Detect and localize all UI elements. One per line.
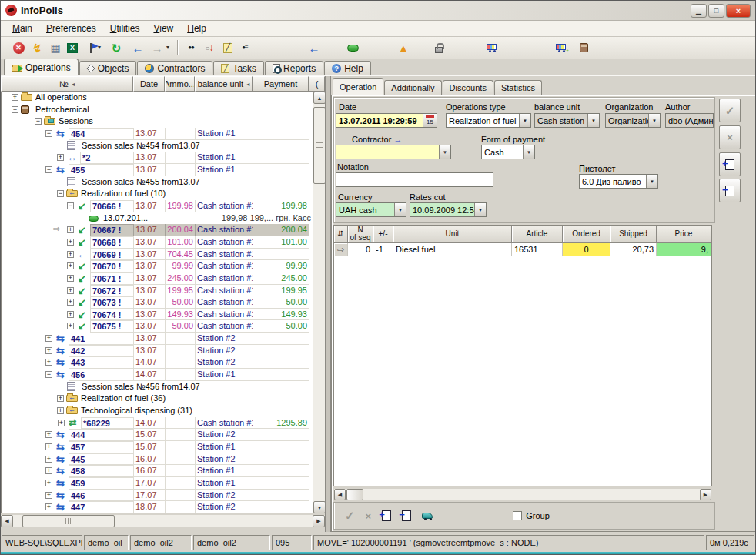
dropdown-arrow-icon[interactable]: ▼ [587,114,599,127]
pistol-combo[interactable]: 6.0 Диз паливо▼ [579,174,658,189]
cone-icon[interactable]: ▲ [395,39,412,56]
tree-row[interactable]: +44516.07Station #2 [2,453,313,466]
tree-row[interactable]: +44213.07Station #2 [2,345,313,357]
expander-icon[interactable]: + [67,275,74,282]
operations-type-combo[interactable]: Realization of fuel▼ [446,113,531,128]
dropdown-arrow-icon[interactable]: ▼ [523,145,534,159]
tab-operations[interactable]: Operations [4,59,79,75]
contractor-arrow-icon[interactable]: → [393,135,402,144]
lightning-icon[interactable]: ↯ [28,39,45,56]
scroll-right-button[interactable]: ▶ [313,515,325,527]
tree-row[interactable]: +All operations [2,92,313,104]
dropdown-arrow-icon[interactable]: ▼ [394,203,406,216]
stop-icon[interactable]: ✕ [10,39,27,56]
expander-icon[interactable]: − [45,371,52,378]
remove-item-icon[interactable] [402,510,411,521]
table-hscroll-thumb[interactable] [346,489,363,500]
expander-icon[interactable]: + [67,251,74,258]
balance-unit-combo[interactable]: Cash station #▼ [534,113,600,128]
tree-row[interactable]: +*6822914.07Cash station #11295.89 [2,417,313,430]
menu-view[interactable]: View [146,22,180,35]
find-down-icon[interactable]: ↓ [201,39,218,56]
tree-row[interactable]: +44617.07Station #2 [2,490,313,502]
tree-row[interactable]: +*213.07Station #1 [2,152,313,164]
tree-row[interactable]: −70666 !13.07199.98Cash station #1199.98 [2,200,313,212]
organization-combo[interactable]: Organizatic▼ [605,113,661,128]
expander-icon[interactable]: + [57,407,64,414]
expander-icon[interactable]: + [67,323,74,329]
expander-icon[interactable]: + [45,467,52,474]
tree-row[interactable]: +70674 !13.07149.93Cash station #1149.93 [2,309,313,321]
expander-icon[interactable]: + [67,299,74,306]
tree-row[interactable]: −45513.07Station #1 [2,164,313,176]
table-column-1[interactable]: +/- [373,226,393,243]
tree-row[interactable]: +45816.07Station #1 [2,465,313,477]
expander-icon[interactable]: + [58,420,65,426]
refresh-icon[interactable]: ↻ [108,39,125,56]
panel-splitter[interactable] [325,76,331,532]
tree-row[interactable]: +44314.07Station #2 [2,356,313,369]
scroll-left-button[interactable]: ◀ [1,515,13,527]
rates-cut-combo[interactable]: 10.09.2009 12:54▼ [410,202,487,217]
cart-icon[interactable] [483,39,500,56]
expander-icon[interactable]: + [67,226,74,233]
tree-row[interactable]: −Realization of fuel (10) [2,188,313,200]
expander-icon[interactable]: − [45,166,52,173]
expander-icon[interactable]: + [45,492,52,499]
tree-row[interactable]: +44415.07Station #2 [2,429,313,441]
tree-horizontal-scrollbar[interactable]: ◀ ▶ [1,515,325,527]
tree-row[interactable]: +44718.07Station #2 [2,501,313,513]
detail-tab-operation[interactable]: Operation [333,78,383,95]
jar-icon[interactable] [575,39,592,56]
table-horizontal-scrollbar[interactable]: ◀ ▶ [334,489,711,500]
flag-dropdown-arrow[interactable]: ▾ [95,39,103,56]
item-row[interactable]: ⇨ 0 -1 Diesel fuel 16531 0 20,73 9, [334,243,711,256]
minimize-button[interactable]: ▁ [691,4,707,18]
expander-icon[interactable]: + [67,287,74,294]
detail-tab-statistics[interactable]: Statistics [494,80,542,95]
column-header-partial[interactable]: ( [309,76,325,92]
forward-dropdown-arrow[interactable]: ▾ [164,39,172,56]
tree-row[interactable]: Session sales №456 from14.07 [2,381,313,393]
detail-tab-additionally[interactable]: Additionally [384,80,441,95]
add-item-icon[interactable] [382,510,391,521]
scroll-up-button[interactable]: ▲ [313,92,326,104]
binoculars-icon[interactable]: ●● [182,39,199,56]
menu-utilities[interactable]: Utilities [103,22,147,35]
menu-main[interactable]: Main [5,22,39,35]
tree-vertical-scrollbar[interactable]: ▲ ▼ [313,92,325,513]
date-field[interactable]: 13.07.2011 19:29:59 [336,113,423,128]
scroll-down-button[interactable]: ▼ [313,501,326,513]
expander-icon[interactable]: − [12,106,18,113]
excel-export-icon[interactable]: X [64,39,81,56]
maximize-button[interactable]: □ [708,4,724,18]
back-icon[interactable]: ← [129,39,146,56]
tree-row[interactable]: +45715.07Station #1 [2,441,313,453]
dropdown-arrow-icon[interactable]: ▼ [648,114,660,127]
column-header-balance-unit[interactable]: balance unit◂ [195,76,253,92]
dropdown-arrow-icon[interactable]: ▼ [646,175,657,188]
column-header-payment[interactable]: Payment [253,76,309,92]
currency-combo[interactable]: UAH cash▼ [336,202,406,217]
table-column-2[interactable]: Unit [393,226,512,243]
expander-icon[interactable]: + [45,359,52,366]
scroll-right-button[interactable]: ▶ [700,489,711,500]
expander-icon[interactable]: + [45,443,52,450]
save-operation-button[interactable]: ✓ [719,99,741,122]
tree-row[interactable]: Session sales №455 from13.07 [2,176,313,189]
table-column-5[interactable]: Shipped [610,226,657,243]
tree-row[interactable]: 13.07.201...199,98 199,... грн. Касс [2,212,313,225]
group-checkbox[interactable] [513,511,522,520]
expander-icon[interactable]: + [45,431,52,438]
tree-row[interactable]: −Petrochemical [2,104,313,116]
table-column-6[interactable]: Price [657,226,711,243]
tab-contractors[interactable]: Contractors [137,61,212,75]
menu-preferences[interactable]: Preferences [39,22,103,35]
tree-row[interactable]: +Realization of fuel (36) [2,393,313,405]
recalculate-icon[interactable] [422,513,433,519]
forward-icon[interactable]: → [149,39,166,56]
tree-row[interactable]: +70675 !13.0750.00Cash station #150.00 [2,320,313,333]
tree-row[interactable]: +70669 !13.07704.45Cash station #1 [2,249,313,261]
confirm-icon[interactable]: ✓ [345,509,355,523]
tree-row[interactable]: Session sales №454 from13.07 [2,140,313,152]
